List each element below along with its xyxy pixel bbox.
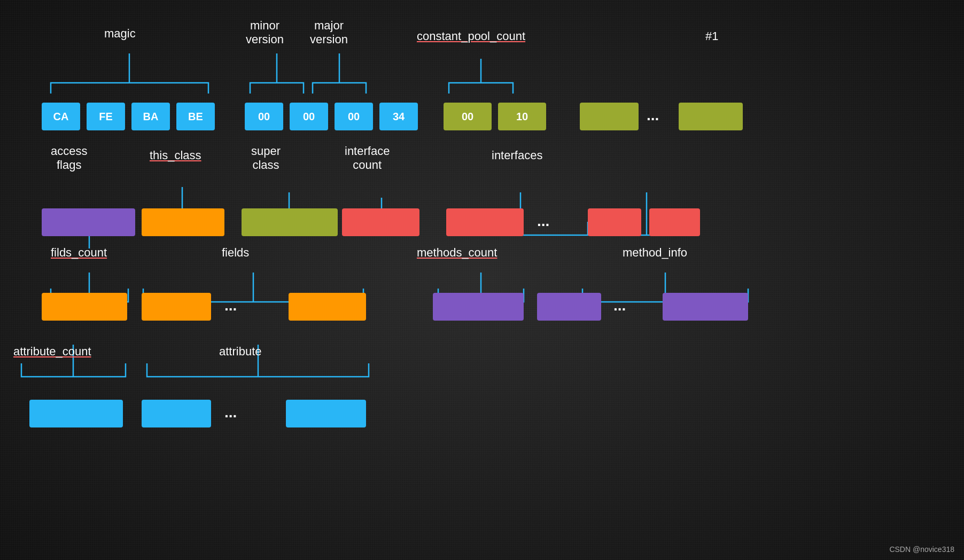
block-pool1: 00 (444, 103, 492, 130)
block-attr1 (142, 400, 211, 427)
block-attr-count (29, 400, 123, 427)
label-magic: magic (104, 27, 136, 41)
block-filds-count (42, 293, 127, 321)
label-constant-pool-count: constant_pool_count (417, 29, 525, 43)
label-minor-version: minorversion (246, 19, 284, 46)
block-pool-extra2 (679, 103, 743, 130)
main-canvas: magic minorversion majorversion constant… (0, 0, 964, 560)
dots-pool: ... (647, 107, 659, 124)
block-method-info2 (663, 293, 748, 321)
block-fields2 (289, 293, 366, 321)
block-this-class (142, 208, 224, 236)
block-fe: FE (87, 103, 125, 130)
label-attribute: attribute (219, 345, 262, 359)
block-v1: 00 (245, 103, 283, 130)
connector-lines (0, 0, 964, 560)
label-method-info: method_info (623, 246, 687, 260)
dots-methods: ... (613, 297, 626, 314)
block-access-flags (42, 208, 135, 236)
label-filds-count: filds_count (51, 246, 107, 260)
label-attribute-count: attribute_count (13, 345, 91, 359)
dots-fields: ... (224, 297, 237, 314)
block-pool2: 10 (498, 103, 546, 130)
label-hash1: #1 (705, 29, 718, 43)
label-major-version: majorversion (310, 19, 348, 46)
block-pool-extra1 (580, 103, 639, 130)
label-this-class: this_class (150, 149, 201, 162)
block-ba: BA (131, 103, 170, 130)
block-v2: 00 (290, 103, 328, 130)
block-interface3 (649, 208, 700, 236)
block-methods-count (433, 293, 524, 321)
block-v3: 00 (335, 103, 373, 130)
watermark: CSDN @novice318 (889, 545, 954, 554)
label-interfaces: interfaces (492, 149, 542, 162)
label-fields: fields (222, 246, 249, 260)
block-fields1 (142, 293, 211, 321)
block-attr2 (286, 400, 366, 427)
block-interface1 (446, 208, 524, 236)
label-access-flags: accessflags (51, 144, 87, 172)
block-interface2 (588, 208, 641, 236)
dots-attr: ... (224, 404, 237, 421)
block-ca: CA (42, 103, 80, 130)
block-be: BE (176, 103, 215, 130)
label-methods-count: methods_count (417, 246, 497, 260)
block-interface-count1 (342, 208, 419, 236)
dots-interface: ... (537, 213, 549, 230)
block-super-class (242, 208, 338, 236)
label-interface-count: interfacecount (345, 144, 390, 172)
block-v4: 34 (379, 103, 418, 130)
block-method-info1 (537, 293, 601, 321)
label-super-class: superclass (251, 144, 281, 172)
